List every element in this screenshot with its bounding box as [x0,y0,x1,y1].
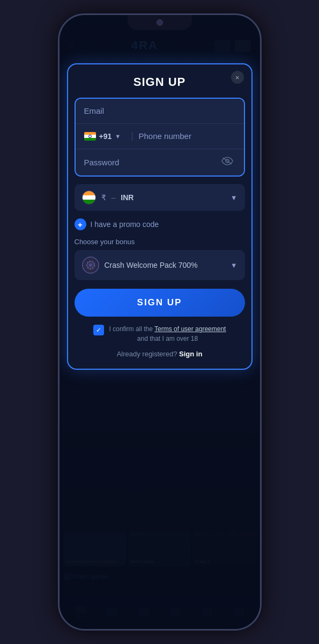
currency-name: INR [121,193,225,202]
phone-field-container: +91 ▼ [76,124,244,149]
currency-symbol: ₹ [101,193,106,202]
flag-orange-2 [83,191,95,195]
phone-notch [128,15,192,30]
currency-flag [82,191,96,204]
phone-input[interactable] [139,131,235,141]
terms-link[interactable]: Terms of user agreement [154,325,226,333]
country-dropdown-arrow: ▼ [115,133,121,140]
currency-dash: – [112,193,116,202]
phone-input-wrapper [132,131,235,141]
signup-modal: × SIGN UP [67,63,253,370]
password-toggle-icon[interactable] [219,157,235,168]
phone-screen: ☰ 4RA Sweet Bonanza Candyland playtech A… [60,15,260,629]
signup-button[interactable]: SIGN UP [75,289,245,317]
bonus-dropdown-arrow: ▼ [231,261,238,269]
terms-checkbox[interactable]: ✓ [93,325,104,335]
flag-green [84,138,96,141]
currency-dropdown-arrow: ▼ [231,194,238,202]
close-button[interactable]: × [231,71,244,84]
flag-white-2 [83,195,95,200]
country-selector[interactable]: +91 ▼ [84,132,132,141]
already-registered-row: Already registered? Sign in [68,350,251,358]
front-camera [157,19,163,26]
phone-frame: ☰ 4RA Sweet Bonanza Candyland playtech A… [58,13,262,631]
promo-label: I have a promo code [91,220,159,229]
password-input[interactable] [84,158,219,167]
form-fields-container: +91 ▼ [75,98,245,177]
india-flag [84,132,96,141]
signin-link[interactable]: Sign in [179,350,202,358]
svg-line-1 [223,158,232,164]
bonus-selector[interactable]: Crash Welcome Pack 700% ▼ [75,250,245,280]
password-field-container [76,149,244,175]
promo-row: + I have a promo code [75,218,245,230]
bonus-text: Crash Welcome Pack 700% [105,261,225,269]
email-field-container [76,99,244,124]
checkbox-checkmark: ✓ [96,326,101,334]
flag-green-2 [83,200,95,204]
modal-title: SIGN UP [68,64,251,98]
terms-text: I confirm all the Terms of user agreemen… [109,324,226,343]
bonus-section-label: Choose your bonus [75,238,245,246]
terms-row: ✓ I confirm all the Terms of user agreem… [77,324,243,343]
svg-point-3 [89,264,92,267]
bonus-icon [82,257,99,274]
email-input[interactable] [84,106,235,115]
promo-plus-button[interactable]: + [75,218,86,230]
country-code-label: +91 [99,132,112,141]
currency-selector[interactable]: ₹ – INR ▼ [75,184,245,211]
